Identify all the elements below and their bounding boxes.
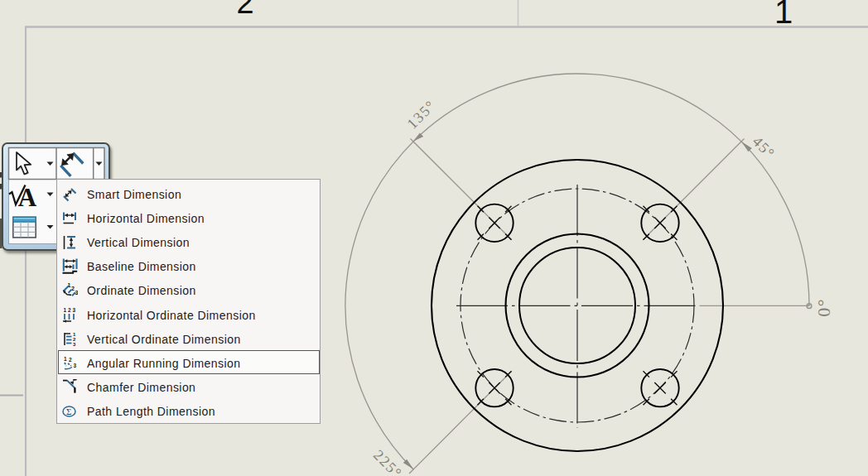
svg-text:3: 3: [73, 342, 76, 347]
svg-text:2: 2: [69, 357, 72, 363]
svg-text:3: 3: [75, 290, 79, 296]
svg-text:1: 1: [64, 307, 67, 313]
svg-text:3: 3: [74, 363, 77, 368]
svg-text:3: 3: [73, 307, 76, 313]
svg-text:1: 1: [64, 356, 67, 362]
svg-text:Σ: Σ: [66, 406, 72, 416]
svg-text:A: A: [18, 183, 37, 212]
svg-text:2: 2: [68, 307, 71, 313]
